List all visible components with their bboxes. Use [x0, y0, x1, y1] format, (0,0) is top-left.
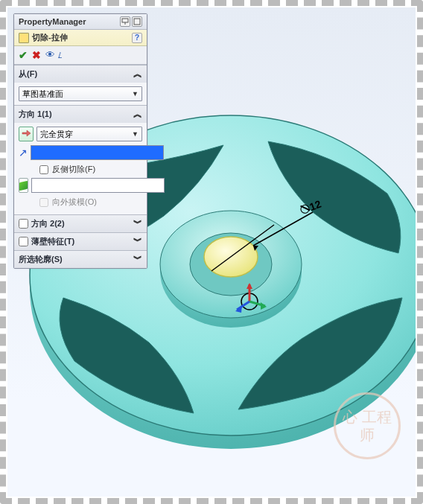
origin-triad[interactable] [231, 283, 268, 320]
chevron-down-icon: ︾ [133, 235, 142, 248]
section-thin-header[interactable]: 薄壁特征(T) ︾ [14, 233, 147, 250]
section-contours: 所选轮廓(S) ︾ [14, 250, 147, 268]
draft-outward-row: 向外拔模(O) [39, 197, 142, 208]
section-thin-label: 薄壁特征(T) [31, 236, 74, 247]
from-dropdown[interactable]: 草图基准面 ▼ [19, 86, 142, 101]
section-contours-label: 所选轮廓(S) [19, 254, 63, 265]
section-dir2-header[interactable]: 方向 2(2) ︾ [14, 215, 147, 232]
pm-pin-button[interactable] [120, 16, 130, 27]
draft-button[interactable] [19, 178, 28, 193]
reverse-direction-button[interactable] [19, 127, 34, 141]
watermark: 心 工程师 [334, 392, 401, 459]
section-direction2: 方向 2(2) ︾ [14, 214, 147, 232]
reverse-cut-row: 反侧切除(F) [39, 164, 142, 175]
pm-titlebar: PropertyManager [14, 14, 147, 30]
cancel-button[interactable]: ✖ [32, 49, 41, 61]
svg-rect-18 [134, 19, 140, 25]
chevron-down-icon: ︾ [133, 253, 142, 266]
svg-marker-13 [261, 302, 267, 310]
section-from-header[interactable]: 从(F) ︽ [14, 66, 147, 83]
reverse-cut-checkbox[interactable] [39, 165, 48, 174]
svg-marker-11 [247, 283, 252, 289]
direction-vector-icon[interactable]: ↗ [19, 145, 28, 160]
direction-reference-input[interactable] [31, 145, 164, 160]
pm-title-text: PropertyManager [19, 17, 86, 26]
end-condition-value: 完全贯穿 [40, 129, 73, 140]
property-manager-panel: PropertyManager 切除-拉伸 ? ✔ ✖ 👁𝐿 从(F) ︽ [13, 13, 147, 269]
section-dir1-label: 方向 1(1) [19, 109, 52, 120]
section-direction1: 方向 1(1) ︽ 完全贯穿 ▼ ↗ [14, 105, 147, 214]
reverse-arrow-icon [21, 129, 31, 139]
action-row: ✔ ✖ 👁𝐿 [14, 46, 147, 65]
draft-outward-label: 向外拔模(O) [52, 197, 97, 208]
section-contours-header[interactable]: 所选轮廓(S) ︾ [14, 251, 147, 268]
svg-marker-15 [235, 305, 242, 313]
section-thin: 薄壁特征(T) ︾ [14, 232, 147, 250]
arrow-icon: ↗ [19, 147, 28, 159]
section-from: 从(F) ︽ 草图基准面 ▼ [14, 65, 147, 105]
reverse-cut-label: 反侧切除(F) [52, 164, 95, 175]
chevron-down-icon: ︾ [133, 217, 142, 230]
feature-header: 切除-拉伸 ? [14, 30, 147, 46]
thin-enable-checkbox[interactable] [19, 237, 28, 246]
section-dir2-label: 方向 2(2) [31, 218, 65, 229]
svg-rect-16 [122, 19, 128, 22]
section-from-label: 从(F) [19, 68, 37, 80]
end-condition-dropdown[interactable]: 完全贯穿 ▼ [36, 127, 142, 141]
chevron-up-icon: ︽ [133, 68, 142, 80]
dropdown-arrow-icon: ▼ [132, 130, 139, 138]
cut-extrude-icon [19, 33, 29, 43]
draft-outward-checkbox [39, 198, 48, 207]
dir2-enable-checkbox[interactable] [19, 219, 28, 229]
section-dir1-header[interactable]: 方向 1(1) ︽ [14, 106, 147, 123]
draft-icon [19, 180, 28, 190]
preview-button[interactable]: 👁𝐿 [45, 49, 65, 61]
dropdown-arrow-icon: ▼ [132, 90, 139, 98]
pm-expand-button[interactable] [132, 16, 142, 27]
from-dropdown-value: 草图基准面 [22, 89, 63, 100]
ok-button[interactable]: ✔ [19, 49, 28, 61]
draft-angle-input[interactable] [31, 178, 165, 193]
chevron-up-icon: ︽ [133, 108, 142, 121]
feature-name-text: 切除-拉伸 [32, 32, 68, 43]
help-button[interactable]: ? [132, 33, 142, 43]
